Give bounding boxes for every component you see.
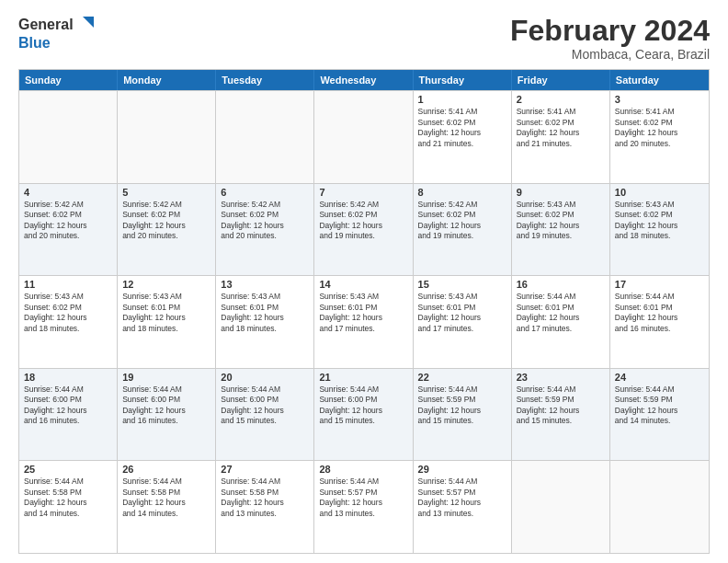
day-of-week-tuesday: Tuesday: [216, 70, 314, 90]
day-info: Sunrise: 5:44 AM Sunset: 6:00 PM Dayligh…: [319, 385, 407, 427]
day-of-week-monday: Monday: [118, 70, 216, 90]
calendar-cell: 9Sunrise: 5:43 AM Sunset: 6:02 PM Daylig…: [512, 184, 610, 276]
day-number: 4: [24, 187, 112, 198]
calendar-cell: 23Sunrise: 5:44 AM Sunset: 5:59 PM Dayli…: [512, 369, 610, 461]
day-number: 23: [517, 372, 605, 383]
calendar-cell: [610, 461, 709, 553]
day-info: Sunrise: 5:43 AM Sunset: 6:01 PM Dayligh…: [418, 292, 506, 334]
day-number: 1: [418, 94, 506, 105]
page: General Blue February 2024 Mombaca, Cear…: [0, 0, 728, 563]
calendar-cell: 28Sunrise: 5:44 AM Sunset: 5:57 PM Dayli…: [314, 461, 413, 553]
title-block: February 2024 Mombaca, Ceara, Brazil: [510, 15, 710, 62]
day-info: Sunrise: 5:44 AM Sunset: 6:00 PM Dayligh…: [122, 385, 210, 427]
day-info: Sunrise: 5:41 AM Sunset: 6:02 PM Dayligh…: [517, 107, 605, 149]
calendar-cell: 1Sunrise: 5:41 AM Sunset: 6:02 PM Daylig…: [414, 91, 512, 183]
week-row-2: 4Sunrise: 5:42 AM Sunset: 6:02 PM Daylig…: [19, 183, 709, 276]
day-info: Sunrise: 5:42 AM Sunset: 6:02 PM Dayligh…: [221, 200, 309, 242]
day-number: 10: [615, 187, 704, 198]
day-number: 18: [24, 372, 112, 383]
calendar-cell: 15Sunrise: 5:43 AM Sunset: 6:01 PM Dayli…: [414, 276, 512, 368]
calendar-cell: 18Sunrise: 5:44 AM Sunset: 6:00 PM Dayli…: [19, 369, 118, 461]
day-number: 19: [122, 372, 210, 383]
day-info: Sunrise: 5:44 AM Sunset: 5:57 PM Dayligh…: [418, 477, 506, 519]
calendar-cell: 17Sunrise: 5:44 AM Sunset: 6:01 PM Dayli…: [610, 276, 709, 368]
day-info: Sunrise: 5:43 AM Sunset: 6:02 PM Dayligh…: [517, 200, 605, 242]
calendar-header: SundayMondayTuesdayWednesdayThursdayFrid…: [19, 70, 709, 90]
day-number: 25: [24, 464, 112, 475]
header: General Blue February 2024 Mombaca, Cear…: [18, 15, 710, 62]
day-info: Sunrise: 5:41 AM Sunset: 6:02 PM Dayligh…: [615, 107, 704, 149]
day-number: 28: [319, 464, 407, 475]
day-number: 5: [122, 187, 210, 198]
calendar-cell: 21Sunrise: 5:44 AM Sunset: 6:00 PM Dayli…: [314, 369, 413, 461]
calendar-cell: 24Sunrise: 5:44 AM Sunset: 5:59 PM Dayli…: [610, 369, 709, 461]
day-info: Sunrise: 5:43 AM Sunset: 6:01 PM Dayligh…: [221, 292, 309, 334]
day-of-week-thursday: Thursday: [414, 70, 512, 90]
logo-general: General: [18, 17, 74, 33]
day-of-week-wednesday: Wednesday: [314, 70, 413, 90]
day-number: 14: [319, 279, 407, 290]
day-info: Sunrise: 5:44 AM Sunset: 5:58 PM Dayligh…: [24, 477, 112, 519]
calendar-cell: 26Sunrise: 5:44 AM Sunset: 5:58 PM Dayli…: [118, 461, 216, 553]
day-info: Sunrise: 5:44 AM Sunset: 6:00 PM Dayligh…: [24, 385, 112, 427]
day-of-week-friday: Friday: [512, 70, 610, 90]
day-number: 13: [221, 279, 309, 290]
calendar-cell: 4Sunrise: 5:42 AM Sunset: 6:02 PM Daylig…: [19, 184, 118, 276]
day-info: Sunrise: 5:44 AM Sunset: 6:01 PM Dayligh…: [517, 292, 605, 334]
calendar: SundayMondayTuesdayWednesdayThursdayFrid…: [18, 69, 710, 554]
calendar-cell: 20Sunrise: 5:44 AM Sunset: 6:00 PM Dayli…: [216, 369, 314, 461]
day-info: Sunrise: 5:44 AM Sunset: 6:01 PM Dayligh…: [615, 292, 704, 334]
week-row-3: 11Sunrise: 5:43 AM Sunset: 6:02 PM Dayli…: [19, 275, 709, 368]
calendar-cell: 12Sunrise: 5:43 AM Sunset: 6:01 PM Dayli…: [118, 276, 216, 368]
day-info: Sunrise: 5:44 AM Sunset: 5:57 PM Dayligh…: [319, 477, 407, 519]
day-number: 15: [418, 279, 506, 290]
day-number: 9: [517, 187, 605, 198]
day-number: 3: [615, 94, 704, 105]
day-number: 11: [24, 279, 112, 290]
day-number: 29: [418, 464, 506, 475]
day-info: Sunrise: 5:44 AM Sunset: 5:58 PM Dayligh…: [122, 477, 210, 519]
calendar-cell: 11Sunrise: 5:43 AM Sunset: 6:02 PM Dayli…: [19, 276, 118, 368]
day-info: Sunrise: 5:44 AM Sunset: 5:58 PM Dayligh…: [221, 477, 309, 519]
day-of-week-sunday: Sunday: [19, 70, 118, 90]
logo-arrow-icon: [75, 15, 96, 35]
calendar-cell: 5Sunrise: 5:42 AM Sunset: 6:02 PM Daylig…: [118, 184, 216, 276]
calendar-cell: [19, 91, 118, 183]
subtitle: Mombaca, Ceara, Brazil: [510, 47, 710, 62]
day-number: 21: [319, 372, 407, 383]
day-number: 27: [221, 464, 309, 475]
day-info: Sunrise: 5:44 AM Sunset: 5:59 PM Dayligh…: [517, 385, 605, 427]
day-info: Sunrise: 5:44 AM Sunset: 5:59 PM Dayligh…: [615, 385, 704, 427]
calendar-cell: 25Sunrise: 5:44 AM Sunset: 5:58 PM Dayli…: [19, 461, 118, 553]
calendar-cell: 29Sunrise: 5:44 AM Sunset: 5:57 PM Dayli…: [414, 461, 512, 553]
calendar-cell: 22Sunrise: 5:44 AM Sunset: 5:59 PM Dayli…: [414, 369, 512, 461]
calendar-cell: 19Sunrise: 5:44 AM Sunset: 6:00 PM Dayli…: [118, 369, 216, 461]
day-info: Sunrise: 5:42 AM Sunset: 6:02 PM Dayligh…: [319, 200, 407, 242]
day-number: 8: [418, 187, 506, 198]
day-number: 2: [517, 94, 605, 105]
calendar-cell: 6Sunrise: 5:42 AM Sunset: 6:02 PM Daylig…: [216, 184, 314, 276]
day-info: Sunrise: 5:43 AM Sunset: 6:02 PM Dayligh…: [615, 200, 704, 242]
day-number: 20: [221, 372, 309, 383]
day-number: 26: [122, 464, 210, 475]
day-number: 7: [319, 187, 407, 198]
calendar-cell: 10Sunrise: 5:43 AM Sunset: 6:02 PM Dayli…: [610, 184, 709, 276]
logo: General Blue: [18, 15, 96, 52]
day-info: Sunrise: 5:41 AM Sunset: 6:02 PM Dayligh…: [418, 107, 506, 149]
day-number: 24: [615, 372, 704, 383]
day-info: Sunrise: 5:43 AM Sunset: 6:01 PM Dayligh…: [319, 292, 407, 334]
week-row-5: 25Sunrise: 5:44 AM Sunset: 5:58 PM Dayli…: [19, 460, 709, 553]
day-info: Sunrise: 5:44 AM Sunset: 6:00 PM Dayligh…: [221, 385, 309, 427]
day-number: 22: [418, 372, 506, 383]
logo-blue: Blue: [18, 35, 96, 52]
svg-marker-0: [83, 17, 94, 28]
calendar-cell: 3Sunrise: 5:41 AM Sunset: 6:02 PM Daylig…: [610, 91, 709, 183]
calendar-cell: 27Sunrise: 5:44 AM Sunset: 5:58 PM Dayli…: [216, 461, 314, 553]
calendar-cell: [216, 91, 314, 183]
day-info: Sunrise: 5:44 AM Sunset: 5:59 PM Dayligh…: [418, 385, 506, 427]
calendar-cell: [512, 461, 610, 553]
day-number: 16: [517, 279, 605, 290]
day-info: Sunrise: 5:43 AM Sunset: 6:02 PM Dayligh…: [24, 292, 112, 334]
calendar-cell: 16Sunrise: 5:44 AM Sunset: 6:01 PM Dayli…: [512, 276, 610, 368]
calendar-body: 1Sunrise: 5:41 AM Sunset: 6:02 PM Daylig…: [19, 90, 709, 553]
